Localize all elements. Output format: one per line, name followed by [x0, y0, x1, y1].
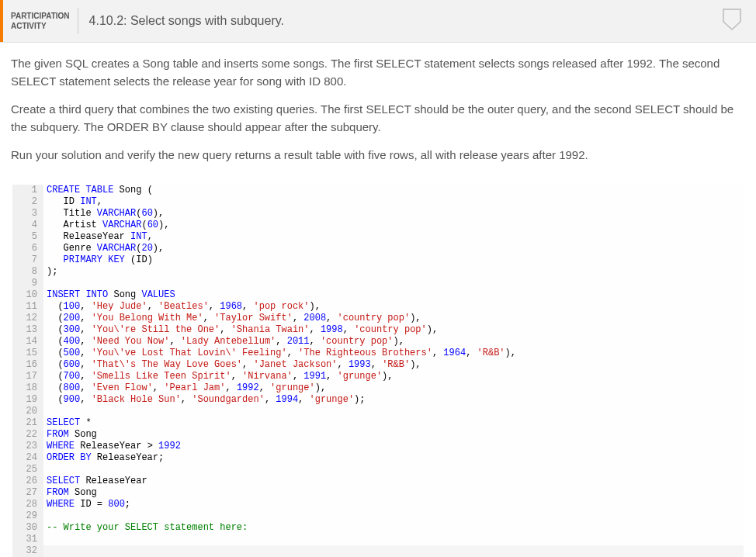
code-line[interactable]: 13 (300, 'You\'re Still the One', 'Shani…	[12, 324, 744, 336]
code-line[interactable]: 31	[12, 534, 744, 545]
code-content[interactable]: (200, 'You Belong With Me', 'Taylor Swif…	[43, 313, 744, 324]
code-line[interactable]: 32	[12, 545, 744, 557]
line-number: 28	[12, 499, 43, 510]
code-content[interactable]: (400, 'Need You Now', 'Lady Antebellum',…	[43, 336, 744, 348]
line-number: 7	[12, 254, 43, 266]
code-content[interactable]: SELECT ReleaseYear	[43, 476, 744, 487]
code-content[interactable]: ReleaseYear INT,	[43, 231, 744, 243]
code-content[interactable]: Title VARCHAR(60),	[43, 208, 744, 220]
line-number: 32	[12, 545, 43, 557]
code-line[interactable]: 17 (700, 'Smells Like Teen Spirit', 'Nir…	[12, 371, 744, 382]
line-number: 1	[12, 185, 43, 196]
instruction-p1: The given SQL creates a Song table and i…	[11, 55, 745, 90]
line-number: 14	[12, 336, 43, 348]
code-content[interactable]: FROM Song	[43, 429, 744, 441]
code-content[interactable]: (800, 'Even Flow', 'Pearl Jam', 1992, 'g…	[43, 382, 744, 394]
code-line[interactable]: 29	[12, 510, 744, 522]
code-line[interactable]: 5 ReleaseYear INT,	[12, 231, 744, 243]
activity-header: PARTICIPATION ACTIVITY 4.10.2: Select so…	[0, 0, 756, 43]
code-line[interactable]: 8);	[12, 266, 744, 278]
code-content[interactable]: ORDER BY ReleaseYear;	[43, 452, 744, 464]
line-number: 20	[12, 406, 43, 417]
code-line[interactable]: 3 Title VARCHAR(60),	[12, 208, 744, 220]
code-line[interactable]: 19 (900, 'Black Hole Sun', 'Soundgarden'…	[12, 394, 744, 406]
code-content[interactable]: (700, 'Smells Like Teen Spirit', 'Nirvan…	[43, 371, 744, 382]
code-line[interactable]: 12 (200, 'You Belong With Me', 'Taylor S…	[12, 313, 744, 324]
code-content[interactable]: (900, 'Black Hole Sun', 'Soundgarden', 1…	[43, 394, 744, 406]
line-number: 10	[12, 289, 43, 301]
activity-type-label: PARTICIPATION ACTIVITY	[3, 8, 78, 34]
code-content[interactable]: Genre VARCHAR(20),	[43, 243, 744, 254]
code-content[interactable]: );	[43, 266, 744, 278]
code-editor[interactable]: 1CREATE TABLE Song (2 ID INT,3 Title VAR…	[12, 185, 744, 557]
code-content[interactable]: SELECT *	[43, 417, 744, 429]
code-content[interactable]: (300, 'You\'re Still the One', 'Shania T…	[43, 324, 744, 336]
code-content[interactable]: INSERT INTO Song VALUES	[43, 289, 744, 301]
code-content[interactable]: -- Write your SELECT statement here:	[43, 522, 744, 534]
code-content[interactable]: (100, 'Hey Jude', 'Beatles', 1968, 'pop …	[43, 301, 744, 313]
code-line[interactable]: 27FROM Song	[12, 487, 744, 499]
code-line[interactable]: 2 ID INT,	[12, 196, 744, 208]
code-line[interactable]: 14 (400, 'Need You Now', 'Lady Antebellu…	[12, 336, 744, 348]
instructions: The given SQL creates a Song table and i…	[0, 43, 756, 182]
line-number: 21	[12, 417, 43, 429]
code-content[interactable]: FROM Song	[43, 487, 744, 499]
code-content[interactable]: (500, 'You\'ve Lost That Lovin\' Feeling…	[43, 348, 744, 359]
code-content[interactable]: CREATE TABLE Song (	[43, 185, 744, 196]
code-line[interactable]: 20	[12, 406, 744, 417]
activity-type-line2: ACTIVITY	[11, 21, 70, 31]
code-line[interactable]: 21SELECT *	[12, 417, 744, 429]
code-line[interactable]: 16 (600, 'That\'s The Way Love Goes', 'J…	[12, 359, 744, 371]
code-line[interactable]: 22FROM Song	[12, 429, 744, 441]
code-line[interactable]: 15 (500, 'You\'ve Lost That Lovin\' Feel…	[12, 348, 744, 359]
code-content[interactable]	[43, 406, 744, 417]
code-line[interactable]: 4 Artist VARCHAR(60),	[12, 220, 744, 231]
instruction-p3: Run your solution and verify the new que…	[11, 147, 745, 164]
instruction-p2: Create a third query that combines the t…	[11, 101, 745, 136]
code-content[interactable]: PRIMARY KEY (ID)	[43, 254, 744, 266]
code-content[interactable]: (600, 'That\'s The Way Love Goes', 'Jane…	[43, 359, 744, 371]
code-content[interactable]	[43, 510, 744, 522]
code-content[interactable]: ID INT,	[43, 196, 744, 208]
line-number: 31	[12, 534, 43, 545]
code-line[interactable]: 18 (800, 'Even Flow', 'Pearl Jam', 1992,…	[12, 382, 744, 394]
activity-type-line1: PARTICIPATION	[11, 11, 70, 21]
code-content[interactable]: WHERE ID = 800;	[43, 499, 744, 510]
code-line[interactable]: 7 PRIMARY KEY (ID)	[12, 254, 744, 266]
code-line[interactable]: 11 (100, 'Hey Jude', 'Beatles', 1968, 'p…	[12, 301, 744, 313]
code-line[interactable]: 25	[12, 464, 744, 476]
line-number: 6	[12, 243, 43, 254]
line-number: 25	[12, 464, 43, 476]
line-number: 23	[12, 441, 43, 452]
activity-title: 4.10.2: Select songs with subquery.	[78, 14, 722, 28]
code-line[interactable]: 28WHERE ID = 800;	[12, 499, 744, 510]
line-number: 12	[12, 313, 43, 324]
code-line[interactable]: 26SELECT ReleaseYear	[12, 476, 744, 487]
code-line[interactable]: 24ORDER BY ReleaseYear;	[12, 452, 744, 464]
line-number: 27	[12, 487, 43, 499]
line-number: 13	[12, 324, 43, 336]
line-number: 9	[12, 278, 43, 289]
code-content[interactable]	[43, 545, 744, 557]
code-line[interactable]: 9	[12, 278, 744, 289]
code-content[interactable]: Artist VARCHAR(60),	[43, 220, 744, 231]
line-number: 24	[12, 452, 43, 464]
line-number: 29	[12, 510, 43, 522]
code-content[interactable]	[43, 278, 744, 289]
code-line[interactable]: 1CREATE TABLE Song (	[12, 185, 744, 196]
line-number: 5	[12, 231, 43, 243]
line-number: 11	[12, 301, 43, 313]
line-number: 8	[12, 266, 43, 278]
line-number: 2	[12, 196, 43, 208]
line-number: 16	[12, 359, 43, 371]
code-content[interactable]: WHERE ReleaseYear > 1992	[43, 441, 744, 452]
code-content[interactable]	[43, 464, 744, 476]
code-line[interactable]: 6 Genre VARCHAR(20),	[12, 243, 744, 254]
line-number: 30	[12, 522, 43, 534]
line-number: 18	[12, 382, 43, 394]
code-line[interactable]: 30-- Write your SELECT statement here:	[12, 522, 744, 534]
code-content[interactable]	[43, 534, 744, 545]
code-line[interactable]: 23WHERE ReleaseYear > 1992	[12, 441, 744, 452]
line-number: 26	[12, 476, 43, 487]
code-line[interactable]: 10INSERT INTO Song VALUES	[12, 289, 744, 301]
